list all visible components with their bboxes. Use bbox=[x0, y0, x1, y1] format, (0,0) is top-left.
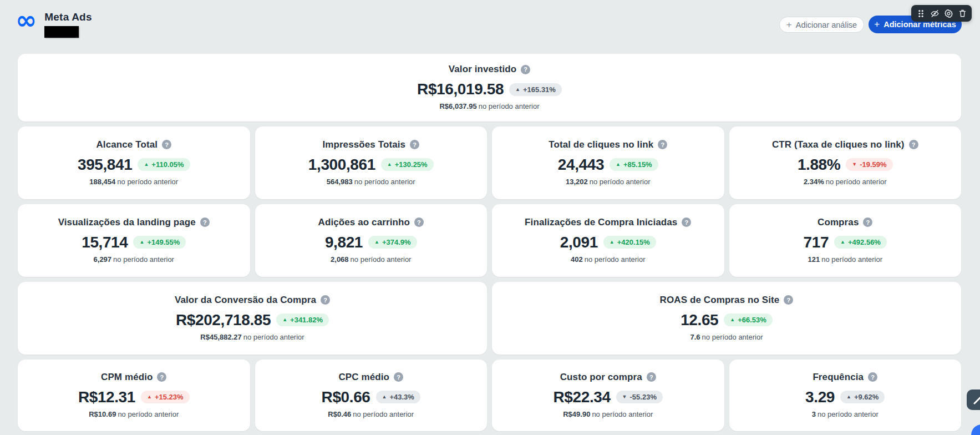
help-icon[interactable]: ? bbox=[863, 218, 872, 227]
metric-card-ctr[interactable]: CTR (Taxa de cliques no link) ? 1.88% ▼ … bbox=[729, 127, 962, 199]
previous-label: no período anterior bbox=[243, 333, 304, 341]
help-icon[interactable]: ? bbox=[868, 372, 877, 382]
change-value: -55.23% bbox=[630, 393, 657, 401]
metric-title: Finalizações de Compra Iniciadas bbox=[525, 217, 677, 228]
previous-period: 3no período anterior bbox=[812, 410, 879, 418]
metric-value: 395,841 bbox=[78, 156, 132, 174]
change-badge: ▲ +43.3% bbox=[376, 391, 420, 403]
change-badge: ▲ +420.15% bbox=[603, 236, 656, 249]
previous-period: R$0.46no período anterior bbox=[328, 410, 414, 418]
gear-icon[interactable] bbox=[943, 8, 953, 18]
previous-period: 13,202no período anterior bbox=[566, 178, 651, 186]
plus-icon: + bbox=[874, 19, 880, 30]
metric-value: R$202,718.85 bbox=[176, 311, 271, 329]
previous-value: R$45,882.27 bbox=[200, 333, 241, 341]
eye-slash-icon[interactable] bbox=[930, 8, 940, 18]
change-value: +492.56% bbox=[848, 238, 881, 246]
change-value: +341.82% bbox=[290, 316, 323, 324]
help-icon[interactable]: ? bbox=[784, 295, 793, 305]
help-icon[interactable]: ? bbox=[414, 218, 424, 227]
help-icon[interactable]: ? bbox=[394, 372, 403, 382]
previous-value: R$6,037.95 bbox=[439, 102, 476, 110]
trend-arrow-icon: ▲ bbox=[846, 394, 851, 399]
help-icon[interactable]: ? bbox=[521, 65, 530, 74]
metric-title: Compras bbox=[817, 217, 859, 228]
change-value: +110.05% bbox=[151, 160, 184, 169]
metric-title: Valor da Conversão da Compra bbox=[175, 295, 316, 306]
metric-value: 717 bbox=[804, 234, 829, 251]
change-value: +165.31% bbox=[523, 85, 556, 94]
metric-card-frequencia[interactable]: Frequência ? 3.29 ▲ +9.62% 3no período a… bbox=[729, 360, 962, 431]
metric-value: 2,091 bbox=[560, 234, 598, 251]
help-icon[interactable]: ? bbox=[682, 218, 691, 227]
metric-value: 1.88% bbox=[798, 156, 840, 174]
change-value: +43.3% bbox=[389, 393, 414, 401]
metric-card-adicoes-carrinho[interactable]: Adições ao carrinho ? 9,821 ▲ +374.9% 2,… bbox=[255, 204, 488, 277]
change-badge: ▲ +165.31% bbox=[509, 83, 562, 96]
metric-title: ROAS de Compras no Site bbox=[660, 295, 780, 306]
metric-card-finalizacoes-compra[interactable]: Finalizações de Compra Iniciadas ? 2,091… bbox=[492, 204, 724, 277]
change-value: +149.55% bbox=[147, 238, 180, 246]
previous-period: 6,297no período anterior bbox=[94, 255, 174, 264]
previous-period: 7.6no período anterior bbox=[690, 333, 763, 341]
metric-value: R$22.34 bbox=[554, 388, 611, 406]
previous-value: 3 bbox=[812, 410, 816, 418]
previous-value: 6,297 bbox=[94, 255, 112, 264]
change-value: +420.15% bbox=[617, 238, 650, 246]
metric-card-total-cliques-link[interactable]: Total de cliques no link ? 24,443 ▲ +85.… bbox=[492, 127, 724, 199]
trend-arrow-icon: ▲ bbox=[616, 162, 621, 167]
previous-period: R$6,037.95no período anterior bbox=[439, 102, 539, 110]
trend-arrow-icon: ▲ bbox=[840, 240, 845, 245]
previous-label: no período anterior bbox=[592, 410, 653, 418]
help-icon[interactable]: ? bbox=[909, 140, 918, 149]
change-badge: ▲ +374.9% bbox=[368, 236, 417, 249]
previous-label: no período anterior bbox=[351, 255, 412, 264]
help-icon[interactable]: ? bbox=[157, 372, 166, 382]
help-icon[interactable]: ? bbox=[647, 372, 656, 382]
metric-card-valor-conversao-compra[interactable]: Valor da Conversão da Compra ? R$202,718… bbox=[18, 282, 487, 355]
previous-period: 121no período anterior bbox=[808, 255, 882, 264]
change-value: -19.59% bbox=[860, 160, 886, 169]
metric-title: Valor investido bbox=[449, 64, 516, 75]
metric-value: 3.29 bbox=[805, 388, 835, 406]
metric-card-cpm-medio[interactable]: CPM médio ? R$12.31 ▲ +15.23% R$10.69no … bbox=[18, 360, 250, 431]
trend-arrow-icon: ▼ bbox=[852, 162, 857, 167]
metric-card-cpc-medio[interactable]: CPC médio ? R$0.66 ▲ +43.3% R$0.46no per… bbox=[255, 360, 488, 431]
pencil-icon bbox=[972, 394, 980, 406]
metric-card-custo-por-compra[interactable]: Custo por compra ? R$22.34 ▼ -55.23% R$4… bbox=[492, 360, 724, 431]
previous-label: no período anterior bbox=[118, 410, 179, 418]
metrics-grid: Valor investido ? R$16,019.58 ▲ +165.31%… bbox=[18, 54, 961, 431]
help-icon[interactable]: ? bbox=[658, 140, 667, 149]
metric-title: Frequência bbox=[813, 372, 864, 383]
previous-label: no período anterior bbox=[590, 178, 651, 186]
metric-card-valor-investido[interactable]: Valor investido ? R$16,019.58 ▲ +165.31%… bbox=[18, 54, 961, 122]
metric-card-alcance-total[interactable]: Alcance Total ? 395,841 ▲ +110.05% 188,4… bbox=[18, 127, 250, 199]
metric-card-visualizacoes-landing-page[interactable]: Visualizações da landing page ? 15,714 ▲… bbox=[18, 204, 250, 277]
edit-fab-button[interactable] bbox=[967, 390, 980, 410]
metric-card-roas[interactable]: ROAS de Compras no Site ? 12.65 ▲ +66.53… bbox=[492, 282, 961, 355]
add-analysis-button[interactable]: + Adicionar análise bbox=[779, 17, 864, 33]
previous-value: 13,202 bbox=[566, 178, 588, 186]
previous-label: no período anterior bbox=[353, 410, 414, 418]
help-icon[interactable]: ? bbox=[162, 140, 171, 149]
trend-arrow-icon: ▲ bbox=[139, 240, 144, 245]
trend-arrow-icon: ▲ bbox=[387, 162, 392, 167]
metric-card-compras[interactable]: Compras ? 717 ▲ +492.56% 121no período a… bbox=[729, 204, 962, 277]
help-icon[interactable]: ? bbox=[321, 295, 330, 305]
metric-title: CPC médio bbox=[338, 372, 389, 383]
metric-value: 12.65 bbox=[681, 311, 718, 329]
help-icon[interactable]: ? bbox=[200, 218, 210, 227]
change-badge: ▲ +492.56% bbox=[834, 236, 887, 249]
drag-handle-icon[interactable] bbox=[916, 8, 926, 18]
change-value: +9.62% bbox=[854, 393, 879, 401]
trash-icon[interactable] bbox=[957, 8, 967, 18]
trend-arrow-icon: ▼ bbox=[622, 394, 627, 399]
previous-value: R$49.90 bbox=[563, 410, 590, 418]
metric-card-impressoes-totais[interactable]: Impressões Totais ? 1,300,861 ▲ +130.25%… bbox=[255, 127, 488, 199]
help-icon[interactable]: ? bbox=[410, 140, 419, 149]
chat-fab-button[interactable] bbox=[971, 424, 980, 435]
page-header: ∞ Meta Ads bbox=[16, 7, 92, 38]
widget-toolbar bbox=[911, 5, 972, 22]
previous-period: 188,454no período anterior bbox=[89, 178, 178, 186]
trend-arrow-icon: ▲ bbox=[147, 394, 152, 399]
